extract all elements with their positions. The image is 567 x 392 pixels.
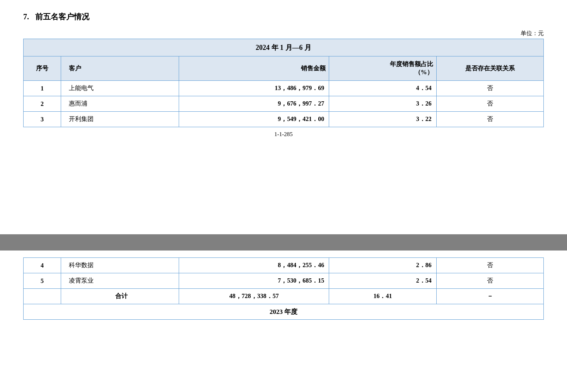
row-ratio: 3．22 <box>329 112 436 127</box>
section-title-text: 前五名客户情况 <box>35 12 89 22</box>
row-ratio: 4．54 <box>329 81 436 96</box>
total-row: 合计 48，728，338．57 16．41 － <box>24 289 544 304</box>
row-customer: 上能电气 <box>61 81 179 96</box>
col-header-ratio: 年度销售额占比（%） <box>329 56 436 81</box>
bottom-table: 4 科华数据 8，484，255．46 2．86 否 5 凌霄泵业 7，530，… <box>23 257 544 304</box>
row-customer: 惠而浦 <box>61 96 179 112</box>
table-row: 3 开利集团 9，549，421．00 3．22 否 <box>24 112 544 127</box>
section-title: 7. 前五名客户情况 <box>23 12 544 22</box>
row-seq: 3 <box>24 112 61 127</box>
table-row: 1 上能电气 13，486，979．69 4．54 否 <box>24 81 544 96</box>
row-related: 否 <box>436 112 543 127</box>
total-amount: 48，728，338．57 <box>179 289 329 304</box>
unit-label: 单位：元 <box>23 30 544 37</box>
row-ratio: 3．26 <box>329 96 436 112</box>
gray-divider <box>0 234 567 251</box>
row-seq: 1 <box>24 81 61 96</box>
row-amount: 13，486，979．69 <box>179 81 329 96</box>
row-seq: 5 <box>24 273 61 289</box>
top-table: 2024 年 1 月—6 月 序号 客户 销售金额 年度销售额占比（%） 是否存… <box>23 39 544 127</box>
total-ratio: 16．41 <box>329 289 436 304</box>
col-header-related: 是否存在关联关系 <box>436 56 543 81</box>
table-row: 4 科华数据 8，484，255．46 2．86 否 <box>24 258 544 273</box>
table-row: 5 凌霄泵业 7，530，685．15 2．54 否 <box>24 273 544 289</box>
row-amount: 7，530，685．15 <box>179 273 329 289</box>
total-label: 合计 <box>61 289 179 304</box>
row-amount: 9，549，421．00 <box>179 112 329 127</box>
section-number: 7. <box>23 12 29 21</box>
total-related: － <box>436 289 543 304</box>
row-ratio: 2．54 <box>329 273 436 289</box>
col-header-customer: 客户 <box>61 56 179 81</box>
row-customer: 凌霄泵业 <box>61 273 179 289</box>
row-amount: 8，484，255．46 <box>179 258 329 273</box>
row-ratio: 2．86 <box>329 258 436 273</box>
row-seq: 2 <box>24 96 61 112</box>
col-header-amount: 销售金额 <box>179 56 329 81</box>
page-number: 1-1-285 <box>23 131 544 138</box>
row-seq: 4 <box>24 258 61 273</box>
col-header-seq: 序号 <box>24 56 61 81</box>
row-related: 否 <box>436 81 543 96</box>
total-empty-seq <box>24 289 61 304</box>
row-related: 否 <box>436 258 543 273</box>
next-year-label: 2023 年度 <box>23 304 544 320</box>
row-related: 否 <box>436 273 543 289</box>
row-related: 否 <box>436 96 543 112</box>
table-row: 2 惠而浦 9，676，997．27 3．26 否 <box>24 96 544 112</box>
row-customer: 科华数据 <box>61 258 179 273</box>
row-amount: 9，676，997．27 <box>179 96 329 112</box>
row-customer: 开利集团 <box>61 112 179 127</box>
period-header: 2024 年 1 月—6 月 <box>24 39 544 56</box>
